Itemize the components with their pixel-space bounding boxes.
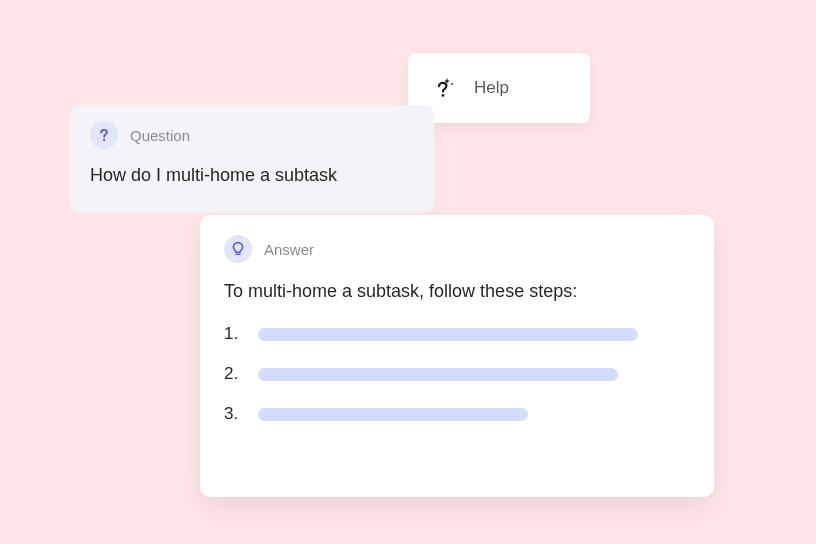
answer-step: 2. [224, 364, 690, 384]
sparkle-question-icon [430, 74, 458, 102]
question-icon [90, 121, 118, 149]
question-header: Question [90, 121, 414, 149]
placeholder-line [258, 328, 638, 341]
answer-steps: 1. 2. 3. [224, 324, 690, 424]
question-card: Question How do I multi-home a subtask [70, 105, 434, 213]
question-text: How do I multi-home a subtask [90, 165, 414, 186]
svg-point-1 [103, 139, 105, 141]
answer-header-label: Answer [264, 241, 314, 258]
step-number: 1. [224, 324, 242, 344]
lightbulb-icon [224, 235, 252, 263]
answer-text: To multi-home a subtask, follow these st… [224, 281, 690, 302]
answer-header: Answer [224, 235, 690, 263]
question-header-label: Question [130, 127, 190, 144]
step-number: 2. [224, 364, 242, 384]
answer-step: 3. [224, 404, 690, 424]
svg-point-0 [442, 94, 445, 97]
answer-card: Answer To multi-home a subtask, follow t… [200, 215, 714, 497]
answer-step: 1. [224, 324, 690, 344]
help-card[interactable]: Help [408, 53, 590, 123]
placeholder-line [258, 368, 618, 381]
help-label: Help [474, 78, 509, 98]
step-number: 3. [224, 404, 242, 424]
placeholder-line [258, 408, 528, 421]
